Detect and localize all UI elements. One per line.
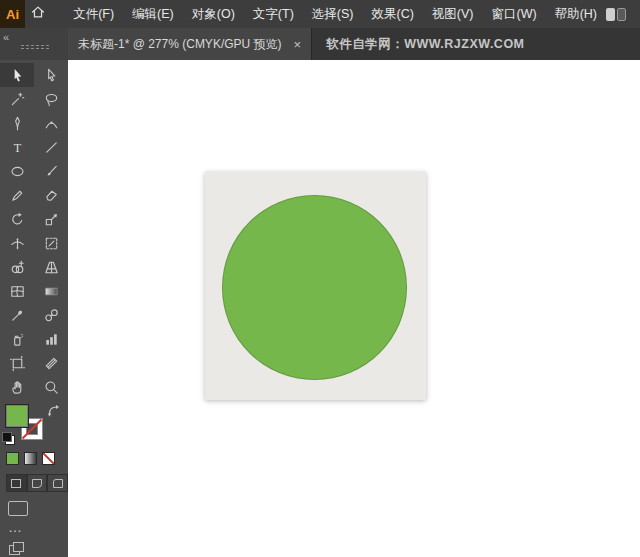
home-button[interactable] (25, 0, 50, 28)
blend-tool-icon (43, 307, 60, 324)
menu-item-help[interactable]: 帮助(H) (546, 0, 606, 28)
free-transform-tool[interactable] (34, 231, 68, 255)
pen-tool[interactable] (0, 111, 34, 135)
direct-selection-tool-icon (43, 67, 60, 84)
type-tool-icon: T (9, 139, 26, 156)
app-logo: Ai (0, 0, 25, 28)
green-circle-shape[interactable] (222, 195, 407, 380)
eraser-tool-icon (43, 187, 60, 204)
free-transform-tool-icon (43, 235, 60, 252)
document-tab-bar: 未标题-1* @ 277% (CMYK/GPU 预览) × 软件自学网：WWW.… (68, 28, 640, 60)
column-graph-tool[interactable] (34, 327, 68, 351)
tools-panel: « T … (0, 28, 68, 557)
width-tool-icon (9, 235, 26, 252)
menu-item-window[interactable]: 窗口(W) (483, 0, 546, 28)
toolbar-grip[interactable] (20, 44, 50, 50)
menu-item-file[interactable]: 文件(F) (64, 0, 123, 28)
type-tool[interactable]: T (0, 135, 34, 159)
artboard[interactable] (205, 172, 426, 400)
selection-tool[interactable] (0, 63, 34, 87)
edit-toolbar-button[interactable]: … (8, 522, 68, 532)
workspace-switcher-icon (606, 8, 615, 21)
swap-fill-stroke-icon[interactable] (47, 403, 60, 421)
perspective-grid-tool-icon (43, 259, 60, 276)
draw-mode-row (6, 474, 68, 492)
tools-panel-header: « (0, 28, 68, 60)
shape-builder-tool[interactable] (0, 255, 34, 279)
color-mode-row (0, 448, 68, 465)
draw-behind-button[interactable] (27, 474, 48, 492)
line-segment-tool-icon (43, 139, 60, 156)
magic-wand-tool-icon (9, 91, 26, 108)
tool-grid: T (0, 60, 68, 399)
draw-normal-button[interactable] (6, 474, 27, 492)
artboard-tool-icon (9, 355, 26, 372)
gradient-tool[interactable] (34, 279, 68, 303)
ellipse-tool[interactable] (0, 159, 34, 183)
default-fill-stroke-icon[interactable] (2, 432, 15, 445)
hand-tool-icon (9, 379, 26, 396)
slice-tool[interactable] (34, 351, 68, 375)
menu-bar: Ai 文件(F)编辑(E)对象(O)文字(T)选择(S)效果(C)视图(V)窗口… (0, 0, 640, 28)
collapse-panel-icon[interactable]: « (3, 31, 9, 43)
panel-stack-button[interactable] (9, 542, 23, 554)
none-mode-button[interactable] (42, 452, 55, 465)
hand-tool[interactable] (0, 375, 34, 399)
rotate-tool-icon (9, 211, 26, 228)
paintbrush-tool-icon (43, 163, 60, 180)
document-tab-title: 未标题-1* @ 277% (CMYK/GPU 预览) (78, 36, 282, 53)
draw-behind-icon (32, 479, 42, 488)
rotate-tool[interactable] (0, 207, 34, 231)
color-mode-button[interactable] (6, 452, 19, 465)
fill-color-swatch[interactable] (5, 404, 29, 428)
curvature-tool[interactable] (34, 111, 68, 135)
direct-selection-tool[interactable] (34, 63, 68, 87)
menu-item-select[interactable]: 选择(S) (303, 0, 363, 28)
curvature-tool-icon (43, 115, 60, 132)
illustrator-window: Ai 文件(F)编辑(E)对象(O)文字(T)选择(S)效果(C)视图(V)窗口… (0, 0, 640, 557)
lasso-tool[interactable] (34, 87, 68, 111)
workspace-switcher-button[interactable] (606, 8, 626, 21)
pencil-tool-icon (9, 187, 26, 204)
menu-item-effect[interactable]: 效果(C) (362, 0, 422, 28)
slice-tool-icon (43, 355, 60, 372)
watermark-text: 软件自学网：WWW.RJZXW.COM (326, 28, 524, 60)
menu-item-edit[interactable]: 编辑(E) (123, 0, 183, 28)
draw-inside-button[interactable] (47, 474, 68, 492)
artboard-tool[interactable] (0, 351, 34, 375)
symbol-sprayer-tool-icon (9, 331, 26, 348)
column-graph-tool-icon (43, 331, 60, 348)
mesh-tool[interactable] (0, 279, 34, 303)
menu-item-type[interactable]: 文字(T) (244, 0, 303, 28)
zoom-tool[interactable] (34, 375, 68, 399)
selection-tool-icon (9, 67, 26, 84)
width-tool[interactable] (0, 231, 34, 255)
tab-close-icon[interactable]: × (294, 38, 302, 51)
home-icon (30, 4, 46, 24)
line-segment-tool[interactable] (34, 135, 68, 159)
shape-builder-tool-icon (9, 259, 26, 276)
eraser-tool[interactable] (34, 183, 68, 207)
scale-tool-icon (43, 211, 60, 228)
perspective-grid-tool[interactable] (34, 255, 68, 279)
zoom-tool-icon (43, 379, 60, 396)
fill-stroke-controls (0, 402, 68, 448)
symbol-sprayer-tool[interactable] (0, 327, 34, 351)
menu-item-object[interactable]: 对象(O) (183, 0, 244, 28)
gradient-tool-icon (43, 283, 60, 300)
paintbrush-tool[interactable] (34, 159, 68, 183)
screen-mode-button[interactable] (8, 501, 28, 516)
workspace-switcher-icon-secondary (617, 8, 626, 21)
pencil-tool[interactable] (0, 183, 34, 207)
scale-tool[interactable] (34, 207, 68, 231)
magic-wand-tool[interactable] (0, 87, 34, 111)
eyedropper-tool-icon (9, 307, 26, 324)
blend-tool[interactable] (34, 303, 68, 327)
gradient-mode-button[interactable] (24, 452, 37, 465)
document-tab[interactable]: 未标题-1* @ 277% (CMYK/GPU 预览) × (68, 28, 312, 60)
menu-item-view[interactable]: 视图(V) (423, 0, 483, 28)
eyedropper-tool[interactable] (0, 303, 34, 327)
draw-normal-icon (11, 479, 21, 488)
lasso-tool-icon (43, 91, 60, 108)
canvas[interactable] (68, 60, 640, 557)
